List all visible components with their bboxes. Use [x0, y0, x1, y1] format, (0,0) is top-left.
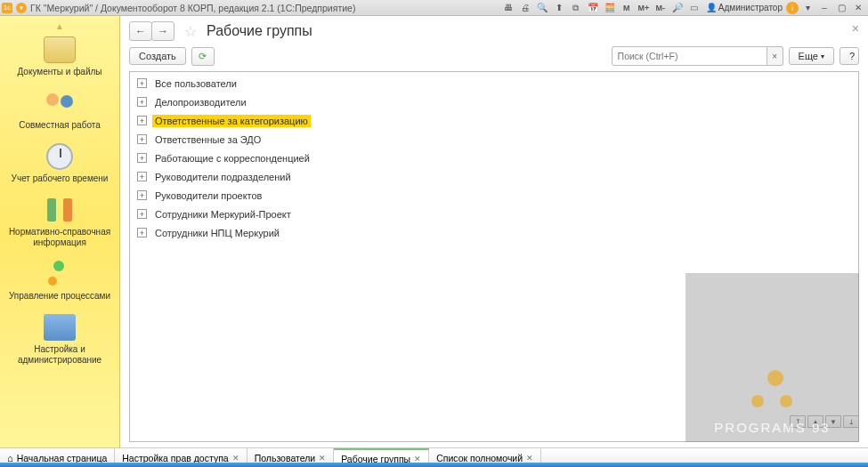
- sidebar-item-label: Документы и файлы: [13, 67, 105, 77]
- expand-icon[interactable]: +: [137, 116, 147, 125]
- more-label: Еще: [799, 51, 818, 61]
- search-input[interactable]: [612, 46, 767, 66]
- tree-item-label: Ответственные за категоризацию: [152, 115, 311, 127]
- toolbar-link-icon[interactable]: ⬆: [551, 1, 567, 15]
- expand-icon[interactable]: +: [137, 97, 147, 107]
- toolbar-calc-icon[interactable]: 🧮: [602, 1, 618, 15]
- toolbar-mminus-icon[interactable]: M-: [653, 1, 669, 15]
- tree-item-label: Сотрудники НПЦ Меркурий: [152, 227, 282, 239]
- create-button[interactable]: Создать: [129, 47, 186, 65]
- scroll-bottom-button[interactable]: ⤓: [843, 415, 859, 428]
- user-badge[interactable]: 👤 Администратор: [703, 3, 785, 12]
- sidebar-item-process[interactable]: Управление процессами: [5, 261, 114, 302]
- expand-icon[interactable]: +: [137, 172, 147, 181]
- expand-icon[interactable]: +: [137, 134, 147, 144]
- os-taskbar: [0, 463, 868, 467]
- toolbar-layout-icon[interactable]: ▭: [686, 1, 702, 15]
- tree-row[interactable]: +Руководители проектов: [130, 186, 858, 205]
- user-icon: 👤: [706, 3, 717, 12]
- sidebar-item-admin[interactable]: Настройка и администрирование: [0, 314, 119, 366]
- sidebar-item-time[interactable]: Учет рабочего времени: [8, 143, 112, 184]
- expand-icon[interactable]: +: [137, 228, 147, 238]
- tree-row[interactable]: +Работающие с корреспонденцией: [130, 149, 858, 167]
- tree-row[interactable]: +Руководители подразделений: [130, 167, 858, 186]
- scroll-down-button[interactable]: ▼: [825, 415, 841, 428]
- tree: +Все пользователи+Делопроизводители+Отве…: [130, 72, 858, 244]
- favorite-icon[interactable]: ☆: [182, 22, 199, 40]
- page-title: Рабочие группы: [207, 23, 312, 39]
- toolbar-calendar-icon[interactable]: 📅: [585, 1, 601, 15]
- content-area: +Все пользователи+Делопроизводители+Отве…: [129, 71, 859, 442]
- sidebar-collapse-icon[interactable]: ▲: [55, 21, 64, 31]
- chevron-down-icon: ▾: [821, 52, 824, 60]
- tree-row[interactable]: +Делопроизводители: [130, 93, 858, 111]
- nav-forward-button[interactable]: →: [151, 21, 174, 41]
- toolbar-printer-icon[interactable]: 🖨: [517, 1, 533, 15]
- tree-item-label: Работающие с корреспонденцией: [152, 152, 312, 165]
- expand-icon[interactable]: +: [137, 78, 147, 88]
- refresh-button[interactable]: ⟳: [191, 47, 215, 66]
- app-icon: 1c: [2, 3, 12, 13]
- sidebar-item-label: Нормативно-справочная информация: [0, 227, 119, 248]
- tree-item-label: Руководители подразделений: [152, 171, 294, 183]
- tree-item-label: Ответственные за ЭДО: [152, 133, 264, 146]
- toolbar-zoom-icon[interactable]: 🔎: [669, 1, 685, 15]
- toolbar-copy-icon[interactable]: ⧉: [568, 1, 584, 15]
- minimize-button[interactable]: –: [816, 1, 832, 15]
- nav-back-button[interactable]: ←: [129, 21, 152, 41]
- clock-icon: [46, 143, 73, 170]
- more-button[interactable]: Еще ▾: [789, 47, 834, 65]
- info-icon[interactable]: i: [786, 2, 799, 14]
- info-dropdown-icon[interactable]: ▾: [799, 1, 815, 15]
- scroll-top-button[interactable]: ⤒: [790, 415, 806, 428]
- close-icon[interactable]: ✕: [319, 454, 326, 463]
- toolbar-print-icon[interactable]: 🖶: [500, 1, 516, 15]
- close-icon[interactable]: ✕: [414, 455, 421, 463]
- window-title: ГК "Меркурий" / Документооборот 8 КОРП, …: [30, 3, 355, 13]
- refresh-icon: ⟳: [199, 51, 207, 61]
- sidebar-item-collab[interactable]: Совместная работа: [15, 90, 104, 131]
- search-clear-button[interactable]: ×: [767, 46, 783, 66]
- sidebar-item-label: Управление процессами: [5, 291, 114, 302]
- scroll-up-button[interactable]: ▲: [807, 415, 823, 428]
- process-icon: [46, 261, 73, 287]
- main-area: ← → ☆ Рабочие группы × Создать ⟳ × Еще ▾…: [120, 16, 868, 447]
- sidebar: ▲ Документы и файлы Совместная работа Уч…: [0, 16, 120, 447]
- user-label: Администратор: [718, 3, 783, 12]
- sidebar-item-label: Настройка и администрирование: [0, 344, 119, 366]
- tree-item-label: Руководители проектов: [152, 189, 264, 202]
- expand-icon[interactable]: +: [137, 153, 147, 163]
- toolbar-m-icon[interactable]: M: [619, 1, 635, 15]
- server-icon: [44, 314, 76, 341]
- scroll-controls: ⤒ ▲ ▼ ⤓: [790, 415, 859, 428]
- tree-item-label: Все пользователи: [152, 77, 239, 90]
- sidebar-item-documents[interactable]: Документы и файлы: [13, 36, 105, 77]
- toolbar-mplus-icon[interactable]: M+: [636, 1, 652, 15]
- titlebar: 1c ▼ ГК "Меркурий" / Документооборот 8 К…: [0, 0, 868, 16]
- tree-row[interactable]: +Ответственные за ЭДО: [130, 130, 858, 149]
- close-icon[interactable]: ✕: [232, 454, 239, 463]
- folder-icon: [44, 36, 76, 63]
- close-window-button[interactable]: ✕: [850, 1, 866, 15]
- toolbar-compare-icon[interactable]: 🔍: [534, 1, 550, 15]
- tree-row[interactable]: +Сотрудники Меркурий-Проект: [130, 205, 858, 223]
- titlebar-dropdown-icon[interactable]: ▼: [16, 3, 27, 13]
- close-icon[interactable]: ✕: [526, 454, 533, 463]
- books-icon: [44, 197, 76, 223]
- tree-item-label: Сотрудники Меркурий-Проект: [152, 208, 294, 221]
- tree-item-label: Делопроизводители: [152, 96, 249, 109]
- close-page-button[interactable]: ×: [852, 21, 859, 36]
- maximize-button[interactable]: ▢: [833, 1, 849, 15]
- tree-row[interactable]: +Ответственные за категоризацию: [130, 111, 858, 130]
- people-icon: [44, 90, 76, 117]
- tree-row[interactable]: +Сотрудники НПЦ Меркурий: [130, 223, 858, 242]
- sidebar-item-label: Совместная работа: [15, 120, 104, 131]
- expand-icon[interactable]: +: [137, 209, 147, 219]
- expand-icon[interactable]: +: [137, 190, 147, 200]
- help-button[interactable]: ?: [840, 47, 859, 65]
- sidebar-item-reference[interactable]: Нормативно-справочная информация: [0, 197, 119, 248]
- tree-row[interactable]: +Все пользователи: [130, 74, 858, 93]
- sidebar-item-label: Учет рабочего времени: [8, 173, 112, 184]
